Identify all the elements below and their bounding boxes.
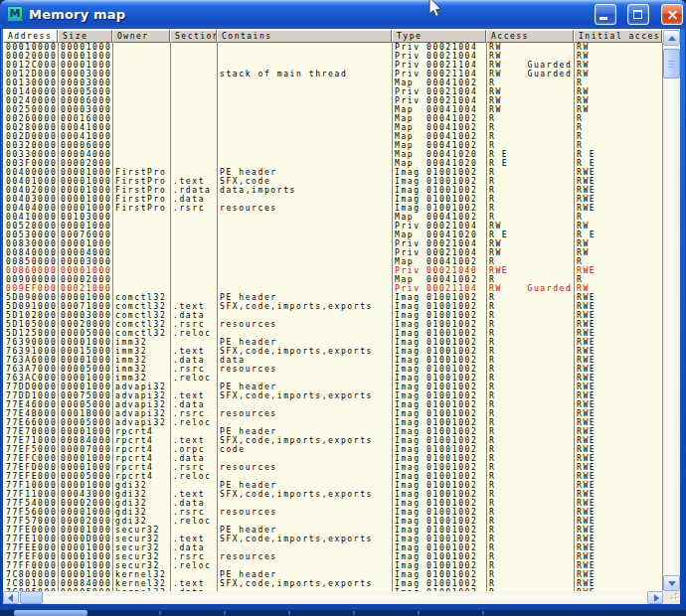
table-row[interactable]: 7639000000001000imm32PE headerImag 01001… [3,338,663,347]
maximize-button[interactable] [627,4,649,25]
table-row[interactable]: 77EFD00000001000rpcrt4.rsrcresourcesImag… [3,463,663,472]
table-row[interactable]: 77FE10000000D000secur32.textSFX,code,imp… [3,535,663,543]
scroll-down-button[interactable] [663,575,680,591]
cell-access: R [486,204,574,213]
table-row[interactable]: 009EF00000021000Priv 00021104RW GuardedR… [3,284,663,293]
cell-initial_access: R [574,78,662,87]
table-row[interactable]: 77F1000000001000gdi32PE headerImag 01001… [3,481,663,490]
table-row[interactable]: 0014000000005000Priv 00021004RWRW [3,87,663,96]
cell-size: 00020000 [58,320,112,329]
table-row[interactable]: 0090000000002000Map 00041002RR [3,275,663,284]
table-row[interactable]: 7639100000015000imm32.textSFX,code,impor… [3,347,663,356]
column-header-type[interactable]: Type [392,30,486,43]
table-row[interactable]: 0002000000001000Priv 00021004RWRW [3,52,663,61]
cell-address: 77FEF000 [3,552,58,561]
table-row[interactable]: 77E4600000005000advapi32.dataImag 010010… [3,400,663,409]
table-row[interactable]: 0033000000004000Map 00041020R ER E [3,150,663,159]
column-header-section[interactable]: Section [170,30,217,43]
table-row[interactable]: 0086000000001000Priv 00021040RWERWE [3,266,663,275]
table-row[interactable]: 0013000000003000Map 00041002RR [3,78,663,87]
table-row[interactable]: 77F5400000002000gdi32.dataImag 01001002R… [3,499,663,508]
vertical-scrollbar[interactable] [663,30,680,591]
column-header-size[interactable]: Size [58,30,112,43]
table-row[interactable]: 5D09000000001000comctl32PE headerImag 01… [3,293,663,302]
table-row[interactable]: 77E6600000005000advapi32.relocImag 01001… [3,418,663,427]
table-row[interactable]: 003F000000002000Map 00041020R ER E [3,159,663,168]
table-row[interactable]: 77FE000000001000secur32PE headerImag 010… [3,526,663,535]
table-row[interactable]: 0012C00000001000Priv 00021104RW GuardedR… [3,61,663,70]
table-row[interactable]: 0052000000001000Priv 00021004RWRW [3,222,663,231]
cell-initial_access: RWE [574,356,662,365]
table-row[interactable]: 77EF500000007000rpcrt4.orpccodeImag 0100… [3,445,663,454]
table-row[interactable]: 5D12500000005000comctl32.relocImag 01001… [3,329,663,338]
cell-access: R [486,329,574,338]
table-row[interactable]: 0028000000041000Map 00041002RR [3,123,663,132]
close-button[interactable] [661,4,683,25]
cell-access: RW Guarded [486,70,574,78]
cell-section: .text [170,302,217,311]
column-header-access[interactable]: Access [486,30,574,43]
cell-section: .text [170,436,217,445]
column-header-initial-access[interactable]: Initial access [574,30,662,43]
table-row[interactable]: 77EFE00000005000rpcrt4.relocImag 0100100… [3,472,663,481]
table-row[interactable]: 0085000000003000Map 00041002RR [3,257,663,266]
table-row[interactable]: 0040400000001000FirstPro.rsrcresourcesIm… [3,204,663,213]
cell-type: Imag 01001002 [392,570,486,579]
cell-access: R [486,347,574,356]
table-row[interactable]: 77F1100000043000gdi32.textSFX,code,impor… [3,490,663,499]
resize-grip[interactable] [663,591,680,604]
horizontal-scrollbar[interactable] [3,591,663,604]
table-row[interactable]: 0026000000016000Map 00041002RR [3,114,663,123]
horizontal-scroll-thumb[interactable] [20,591,43,604]
table-row[interactable]: 77E7100000084000rpcrt4.textSFX,code,impo… [3,436,663,445]
table-row[interactable]: 77FF000000001000secur32.relocImag 010010… [3,561,663,570]
cell-type: Priv 00021004 [392,52,486,61]
table-row[interactable]: 77FEE00000001000secur32.dataImag 0100100… [3,543,663,552]
table-row[interactable]: 77EFC00000001000rpcrt4.dataImag 01001002… [3,454,663,463]
table-row[interactable]: 0012D00000003000stack of main threadPriv… [3,70,663,78]
table-row[interactable]: 77DD000000001000advapi32PE headerImag 01… [3,383,663,391]
table-row[interactable]: 7C80000000001000kernel32PE headerImag 01… [3,570,663,579]
table-row[interactable]: 0041000000103000Map 00041002RR [3,213,663,222]
column-header-owner[interactable]: Owner [112,30,170,43]
vertical-scroll-thumb[interactable] [663,49,680,78]
column-header-contains[interactable]: Contains [217,30,392,43]
table-row[interactable]: 5D10200000003000comctl32.dataImag 010010… [3,311,663,320]
table-row[interactable]: 0040100000001000FirstPro.textSFX,codeIma… [3,177,663,186]
table-row[interactable]: 77E7000000001000rpcrt4PE headerImag 0100… [3,427,663,436]
scroll-right-button[interactable] [647,591,663,604]
table-row[interactable]: 5D10500000020000comctl32.rsrcresourcesIm… [3,320,663,329]
table-row[interactable]: 77E4B0000001B000advapi32.rsrcresourcesIm… [3,409,663,418]
table-row[interactable]: 002D000000041000Map 00041002RR [3,132,663,141]
table-row[interactable]: 0040300000001000FirstPro.dataImag 010010… [3,195,663,204]
table-row[interactable]: 5D09100000071000comctl32.textSFX,code,im… [3,302,663,311]
minimize-button[interactable] [595,4,616,25]
table-row[interactable]: 763A600000001000imm32.datadataImag 01001… [3,356,663,365]
table-row[interactable]: 7C80100000084000kernel32.textSFX,code,im… [3,579,663,588]
table-row[interactable]: 0001000000001000Priv 00021004RWRW [3,43,663,52]
table-row[interactable]: 763AC00000001000imm32.relocImag 01001002… [3,374,663,383]
table-row[interactable]: 763A700000005000imm32.rsrcresourcesImag … [3,365,663,374]
table-row[interactable]: 0084000000004000Priv 00021004RWRW [3,248,663,257]
cell-size: 00016000 [58,114,112,123]
cell-owner: secur32 [112,526,170,535]
scroll-left-button[interactable] [3,591,19,604]
cell-address: 00250000 [3,105,58,114]
column-header-address[interactable]: Address [3,30,58,43]
table-row[interactable]: 0053000000076000Map 00041020R ER E [3,231,663,239]
table-row[interactable]: 77F5700000002000gdi32.relocImag 01001002… [3,517,663,526]
table-row[interactable]: 77FEF00000001000secur32.rsrcresourcesIma… [3,552,663,561]
cell-owner: comctl32 [112,320,170,329]
table-row[interactable]: 0040200000001000FirstPro.rdatadata,impor… [3,186,663,195]
table-row[interactable]: 0024000000006000Priv 00021004RWRW [3,96,663,105]
table-row[interactable]: 0032000000006000Map 00041002RR [3,141,663,150]
table-row[interactable]: 0083000000001000Priv 00021004RWRW [3,239,663,248]
table-row[interactable]: 77F5600000001000gdi32.rsrcresourcesImag … [3,508,663,517]
title-bar[interactable]: M Memory map [0,0,686,29]
scroll-up-button[interactable] [663,30,680,46]
cell-initial_access: R [574,275,662,284]
table-row[interactable]: 77DD100000075000advapi32.textSFX,code,im… [3,391,663,400]
table-row[interactable]: 0025000000003000Map 00041004RWRW [3,105,663,114]
table-row[interactable]: 0040000000001000FirstProPE headerImag 01… [3,168,663,177]
cell-access: R [486,552,574,561]
